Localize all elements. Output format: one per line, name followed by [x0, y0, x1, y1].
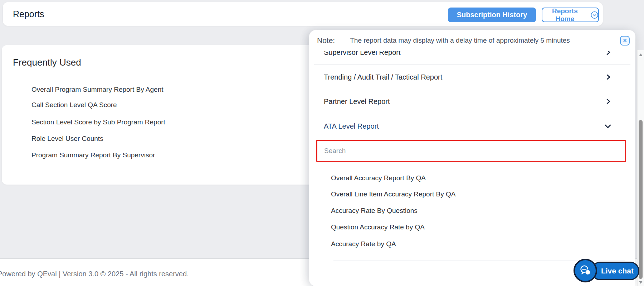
scrollbar-down-arrow-icon[interactable] — [639, 281, 643, 284]
sub-item-overall-line-item-accuracy-report-by-qa[interactable]: Overall Line Item Accuracy Report By QA — [331, 190, 455, 199]
chevron-down-icon — [604, 123, 612, 130]
chevron-down-circle-icon — [591, 11, 598, 19]
live-chat-button[interactable]: Live chat — [591, 262, 639, 280]
header-bar: Reports Subscription History Reports Hom… — [3, 2, 603, 26]
menu-item-trending-audit-tactical-report[interactable]: Trending / Audit Trail / Tactical Report — [309, 65, 635, 89]
scrollbar-thumb[interactable] — [639, 120, 643, 279]
reports-dropdown-panel: Note: The report data may display with a… — [309, 30, 635, 286]
note-label: Note: — [317, 36, 335, 45]
chevron-right-icon — [605, 51, 612, 56]
search-input[interactable] — [316, 140, 626, 162]
frequently-used-card: Frequently Used Overall Program Summary … — [2, 45, 320, 185]
frequently-used-title: Frequently Used — [13, 57, 81, 68]
chevron-right-icon — [605, 73, 612, 81]
chat-bubbles-icon — [579, 264, 592, 277]
reports-home-button[interactable]: Reports Home — [542, 8, 599, 22]
note-close-icon[interactable]: ✕ — [620, 36, 630, 46]
reports-page: Powered by QEval | Version 3.0 © 2025 - … — [0, 0, 644, 286]
menu-item-label: ATA Level Report — [324, 122, 379, 130]
frequently-used-item[interactable]: Overall Program Summary Report By Agent — [31, 85, 164, 94]
page-title: Reports — [13, 2, 44, 26]
scrollbar-up-arrow-icon[interactable] — [639, 53, 643, 56]
footer-copyright-text: Powered by QEval | Version 3.0 © 2025 - … — [0, 270, 189, 278]
reports-home-label: Reports Home — [542, 7, 587, 23]
frequently-used-item[interactable]: Role Level User Counts — [31, 134, 103, 143]
report-menu-scroll-area[interactable]: Supervisor Level Report Trending / Audit… — [309, 51, 635, 286]
scrollbar[interactable] — [637, 50, 644, 286]
sub-item-question-accuracy-rate-by-qa[interactable]: Question Accuracy Rate by QA — [331, 223, 425, 232]
frequently-used-item[interactable]: Section Level Score by Sub Program Repor… — [31, 118, 165, 127]
menu-item-ata-level-report[interactable]: ATA Level Report — [309, 114, 635, 138]
menu-item-supervisor-level-report[interactable]: Supervisor Level Report — [309, 51, 635, 65]
search-box-highlight — [316, 140, 626, 162]
subscription-history-button[interactable]: Subscription History — [448, 8, 536, 22]
menu-item-label: Supervisor Level Report — [324, 51, 401, 57]
live-chat-bubble-icon[interactable] — [574, 259, 597, 282]
frequently-used-item[interactable]: Call Section Level QA Score — [31, 101, 117, 109]
menu-item-label: Trending / Audit Trail / Tactical Report — [324, 73, 442, 81]
sub-item-accuracy-rate-by-qa[interactable]: Accuracy Rate by QA — [331, 240, 396, 248]
menu-item-label: Partner Level Report — [324, 97, 390, 106]
frequently-used-item[interactable]: Program Summary Report By Supervisor — [31, 151, 155, 159]
sub-item-overall-accuracy-report-by-qa[interactable]: Overall Accuracy Report By QA — [331, 174, 426, 182]
sub-item-accuracy-rate-by-questions[interactable]: Accuracy Rate By Questions — [331, 206, 418, 215]
note-bar: Note: The report data may display with a… — [309, 30, 635, 51]
chevron-right-icon — [605, 98, 612, 105]
note-message: The report data may display with a delay… — [350, 37, 570, 44]
menu-item-partner-level-report[interactable]: Partner Level Report — [309, 89, 635, 114]
